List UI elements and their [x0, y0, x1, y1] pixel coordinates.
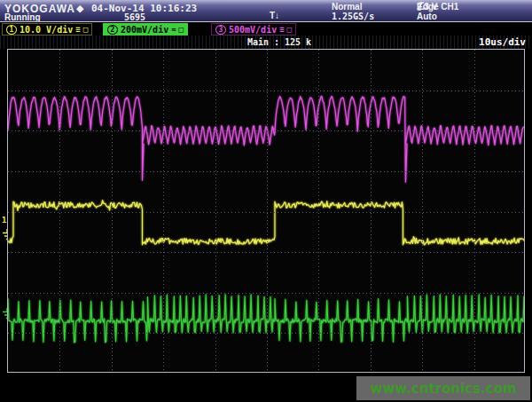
probe-icon: □ [179, 25, 184, 34]
sample-rate-label: 1.25GS/s [332, 12, 374, 21]
coupling-icon: ≡ [75, 25, 80, 34]
channel-1-scale: 10.0 V/div [20, 25, 73, 35]
channel-2-scale: 200mV/div [121, 25, 168, 35]
grid-hline [8, 130, 524, 131]
trigger-settings: Edge CH1 2.3 V [417, 2, 425, 11]
grid-vline [371, 50, 372, 372]
grid-vline [215, 50, 216, 372]
grid-vline [267, 50, 268, 372]
grid-hline [8, 333, 524, 334]
graticule [7, 49, 525, 373]
probe-icon: □ [287, 25, 292, 34]
grid-vline [112, 50, 113, 372]
oscilloscope-screen: YOKOGAWA ◆ 04-Nov-14 10:16:23 Running 56… [0, 0, 532, 402]
channel-3-scale: 500mV/div [229, 25, 277, 35]
channel-1-number: 1 [6, 25, 17, 35]
channel-1-badge[interactable]: 1 10.0 V/div ≡ □ [2, 23, 92, 35]
channel-3-number: 3 [215, 25, 226, 35]
header-bar: YOKOGAWA ◆ 04-Nov-14 10:16:23 Running 56… [0, 0, 532, 22]
channel-badge-row: 1 10.0 V/div ≡ □ 2 200mV/div ≈ □ 3 500mV… [0, 23, 532, 35]
grid-hline [8, 212, 524, 213]
ch2-waveform [8, 295, 524, 343]
grid-vline [474, 50, 475, 372]
ch1-waveform [8, 201, 524, 245]
ch1-position-marker[interactable]: 1 [2, 216, 6, 225]
grid-hline [8, 91, 524, 91]
record-length-label: Main : 125 k [226, 37, 332, 47]
trigger-auto-label: Auto [417, 12, 437, 21]
trigger-mode-label: Normal [332, 2, 362, 12]
trigger-position-marker[interactable]: T↓ [270, 11, 279, 20]
timebase-label: 10us/div [467, 36, 526, 48]
grid-vline [422, 50, 423, 372]
trigger-level-label: 2.3 V [417, 2, 437, 12]
channel-2-number: 2 [107, 25, 118, 35]
watermark-text: www.cntronics.com [371, 381, 517, 397]
grid-hline [8, 171, 524, 172]
waveform-traces [8, 50, 524, 372]
header-divider [0, 21, 532, 22]
coupling-icon: ≈ [171, 25, 176, 34]
watermark: www.cntronics.com [356, 376, 530, 400]
probe-icon: □ [83, 25, 88, 34]
grid-vline [318, 50, 319, 372]
grid-hline [8, 252, 524, 253]
grid-vline [59, 50, 60, 372]
channel-2-badge[interactable]: 2 200mV/div ≈ □ [103, 23, 188, 35]
channel-3-badge[interactable]: 3 500mV/div ≡ □ [211, 23, 296, 35]
grid-vline [163, 50, 164, 372]
grid-hline [8, 293, 524, 294]
brand-diamond-icon: ◆ [76, 3, 83, 14]
ch3-waveform [8, 96, 524, 182]
coupling-icon: ≡ [279, 25, 284, 34]
